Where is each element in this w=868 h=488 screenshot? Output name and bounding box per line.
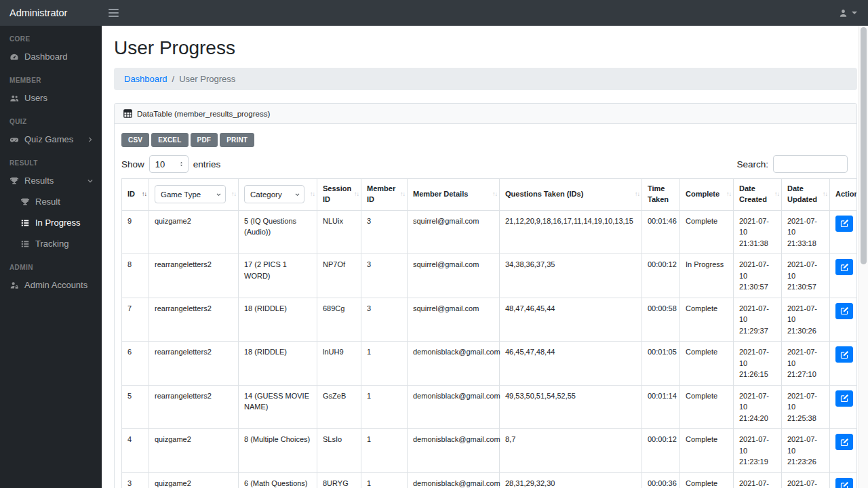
- table-row: 3 quizgame2 6 (Math Questions) 8URYG 1 d…: [122, 472, 857, 488]
- cell-date-created: 2021-07-10 21:26:15: [734, 342, 782, 386]
- cell-date-created: 2021-07-10 21:23:19: [734, 429, 782, 473]
- sort-icon: ↑↓: [726, 190, 731, 199]
- sidebar-section-core: CORE: [0, 26, 102, 46]
- cell-complete: In Progress: [680, 254, 734, 298]
- cell-time-taken: 00:00:12: [642, 429, 680, 473]
- sidebar-item-admin-accounts[interactable]: Admin Accounts: [0, 274, 102, 296]
- cell-member-id: 1: [361, 385, 408, 429]
- edit-button[interactable]: [835, 478, 853, 488]
- sidebar-item-result[interactable]: Result: [0, 191, 102, 212]
- cell-category: 8 (Multiple Choices): [239, 429, 317, 473]
- caret-down-icon: [852, 12, 857, 14]
- sidebar-item-tracking[interactable]: Tracking: [0, 233, 102, 254]
- cell-time-taken: 00:00:58: [642, 298, 680, 342]
- table-header-row: ID ↑↓ Game Type: [122, 179, 857, 211]
- header-questions-taken[interactable]: Questions Taken (IDs) ↑↓: [500, 179, 642, 211]
- sort-icon: ↑↓: [823, 190, 827, 199]
- cell-id: 7: [122, 298, 149, 342]
- cell-date-created: 2021-07-10 21:29:37: [734, 298, 782, 342]
- sort-icon: ↑↓: [142, 190, 146, 199]
- pencil-square-icon: [840, 306, 849, 315]
- person-icon: [838, 8, 848, 18]
- cell-game-type: rearrangeletters2: [149, 298, 239, 342]
- cell-id: 6: [122, 342, 149, 386]
- header-complete[interactable]: Complete ↑↓: [680, 179, 734, 211]
- cell-category: 6 (Math Questions): [239, 472, 317, 488]
- show-label: Show: [121, 159, 144, 169]
- cell-id: 9: [122, 210, 149, 254]
- breadcrumb-current: User Progress: [179, 74, 235, 84]
- page-length-select[interactable]: 10: [149, 155, 189, 173]
- cell-game-type: rearrangeletters2: [149, 342, 239, 386]
- sidebar-toggle-button[interactable]: [103, 5, 124, 21]
- gamepad-icon: [9, 135, 19, 144]
- edit-button[interactable]: [835, 390, 853, 407]
- cell-time-taken: 00:01:05: [642, 342, 680, 386]
- sidebar-item-quiz-games[interactable]: Quiz Games: [0, 129, 102, 150]
- cell-time-taken: 00:01:46: [642, 210, 680, 254]
- category-filter-select[interactable]: Category: [244, 185, 304, 203]
- header-member-details[interactable]: Member Details ↑↓: [408, 179, 500, 211]
- page-title: User Progress: [114, 37, 857, 59]
- cell-action: [830, 210, 857, 254]
- edit-button[interactable]: [835, 434, 853, 450]
- list-icon: [20, 239, 30, 249]
- cell-category: 17 (2 PICS 1 WORD): [239, 254, 317, 298]
- speedometer-icon: [9, 52, 19, 62]
- cell-session-id: NP7Of: [317, 254, 361, 298]
- cell-date-updated: 2021-07-10 21:25:38: [782, 385, 830, 429]
- table-row: 6 rearrangeletters2 18 (RIDDLE) lnUH9 1 …: [122, 342, 857, 386]
- header-date-updated[interactable]: Date Updated ↑↓: [782, 179, 830, 211]
- cell-time-taken: 00:00:12: [642, 254, 680, 298]
- header-date-created[interactable]: Date Created ↑↓: [734, 179, 782, 211]
- sort-icon: ↑↓: [774, 190, 779, 199]
- user-menu[interactable]: [838, 8, 857, 18]
- export-buttons: CSV EXCEL PDF PRINT: [121, 133, 856, 147]
- sidebar-item-in-progress[interactable]: In Progress: [0, 212, 102, 233]
- table-body: 9 quizgame2 5 (IQ Questions (Audio)) NLU…: [122, 210, 857, 488]
- cell-game-type: rearrangeletters2: [149, 385, 239, 429]
- cell-time-taken: 00:00:36: [642, 472, 680, 488]
- cell-date-updated: 2021-07-10 21:23:26: [782, 429, 830, 473]
- game-type-filter-select[interactable]: Game Type: [155, 185, 226, 203]
- search-input[interactable]: [773, 155, 848, 173]
- print-button[interactable]: PRINT: [220, 133, 254, 147]
- cell-date-updated: 2021-07-10 21:33:18: [782, 210, 830, 254]
- cell-session-id: 689Cg: [317, 298, 361, 342]
- sidebar-item-results[interactable]: Results: [0, 170, 102, 191]
- edit-button[interactable]: [835, 346, 853, 363]
- scrollbar-thumb[interactable]: [861, 27, 867, 264]
- cell-questions-taken: 21,12,20,9,18,16,17,11,14,19,10,13,15: [500, 210, 642, 254]
- cell-id: 4: [122, 429, 149, 473]
- breadcrumb-link-dashboard[interactable]: Dashboard: [124, 74, 167, 84]
- header-id[interactable]: ID ↑↓: [122, 179, 149, 211]
- cell-action: [830, 298, 857, 342]
- cell-game-type: quizgame2: [149, 472, 239, 488]
- edit-button[interactable]: [835, 303, 853, 319]
- sidebar-section-member: MEMBER: [0, 67, 102, 87]
- cell-member-details: demonisblack@gmail.com: [408, 342, 500, 386]
- cell-time-taken: 00:01:14: [642, 385, 680, 429]
- chevron-right-icon: [87, 136, 94, 143]
- table-icon: [123, 109, 132, 118]
- table-row: 4 quizgame2 8 (Multiple Choices) SLsIo 1…: [122, 429, 857, 473]
- app-brand[interactable]: Administrator: [0, 7, 102, 18]
- edit-button[interactable]: [835, 216, 853, 232]
- cell-action: [830, 385, 857, 429]
- sidebar-item-dashboard[interactable]: Dashboard: [0, 46, 102, 67]
- cell-questions-taken: 48,47,46,45,44: [500, 298, 642, 342]
- csv-button[interactable]: CSV: [121, 133, 149, 147]
- cell-game-type: quizgame2: [149, 210, 239, 254]
- cell-date-created: 2021-07-10 21:31:38: [734, 210, 782, 254]
- pdf-button[interactable]: PDF: [191, 133, 218, 147]
- excel-button[interactable]: EXCEL: [151, 133, 188, 147]
- edit-button[interactable]: [835, 259, 853, 275]
- cell-session-id: NLUix: [317, 210, 361, 254]
- header-member-id[interactable]: Member ID ↑↓: [361, 179, 408, 211]
- sidebar-item-users[interactable]: Users: [0, 87, 102, 108]
- header-session-id[interactable]: Session ID ↑↓: [317, 179, 361, 211]
- cell-member-id: 1: [361, 342, 408, 386]
- cell-questions-taken: 8,7: [500, 429, 642, 473]
- sort-icon: ↑↓: [354, 190, 359, 199]
- cell-member-id: 1: [361, 429, 408, 473]
